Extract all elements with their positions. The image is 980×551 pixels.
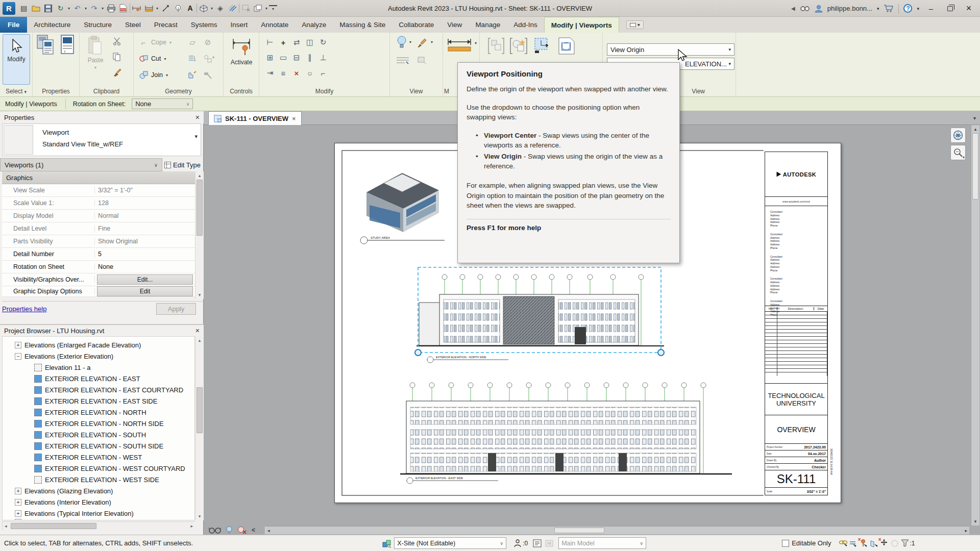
redo-dropdown-icon[interactable]: ▾ — [101, 6, 105, 11]
activate-view-icon[interactable] — [556, 36, 577, 56]
signed-in-user[interactable]: philippe.bonn... — [827, 5, 872, 12]
beam-icon[interactable]: ▱ — [187, 37, 198, 48]
worksharing-display-icon[interactable] — [532, 538, 542, 548]
switch-windows-dropdown-icon[interactable]: ▾ — [264, 6, 268, 11]
tab-insert[interactable]: Insert — [224, 17, 254, 33]
sync-icon[interactable]: ↻ — [55, 3, 66, 14]
create-similar-icon[interactable] — [508, 36, 529, 56]
minimize-button[interactable]: – — [924, 3, 938, 15]
override-graphics-brush-icon[interactable] — [416, 37, 428, 48]
revit-logo-icon[interactable]: R — [3, 2, 15, 15]
tree-item[interactable]: −Elevations (Exterior Elevation) — [15, 350, 195, 362]
rotate-icon[interactable]: ↻ — [316, 35, 330, 50]
tab-steel[interactable]: Steel — [118, 17, 148, 33]
customize-qat-icon[interactable]: ▾ — [269, 5, 277, 11]
tag-icon[interactable]: 1 — [172, 3, 184, 14]
demolish-icon[interactable] — [202, 69, 213, 81]
tree-item[interactable]: +Elevations (Glazing Elevation) — [15, 485, 195, 496]
tree-item[interactable]: EXTERIOR ELEVATION - WEST SIDE — [34, 474, 195, 485]
tab-list-dropdown-icon[interactable]: ▾ — [973, 115, 976, 121]
type-selector[interactable]: Viewport Standard View Title_w/REF ▾ — [2, 123, 201, 156]
bottom-elevation-viewport[interactable]: EXTERIOR ELEVATION - EAST SIDE — [400, 383, 732, 484]
active-view-tab[interactable]: SK-111 - OVERVIEW × — [208, 111, 302, 125]
cope-small-icon[interactable]: ⌐ — [316, 65, 330, 81]
apply-button[interactable]: Apply — [156, 303, 196, 315]
match-icon[interactable]: ≡ — [277, 65, 290, 81]
tab-structure[interactable]: Structure — [77, 17, 118, 33]
move-icon[interactable]: + — [277, 35, 290, 50]
display-options-icon[interactable] — [416, 55, 428, 66]
cut-button[interactable]: Cut▾ — [138, 53, 167, 64]
extend-icon[interactable]: ⇥ — [263, 65, 277, 81]
select-panel-label[interactable]: Select ▾ — [0, 88, 32, 95]
pin-icon[interactable]: ⊥ — [316, 50, 330, 65]
unpin-icon[interactable]: ○ — [303, 65, 316, 81]
offset-surfaces-icon[interactable] — [187, 53, 198, 64]
paste-button[interactable]: Paste ▾ — [84, 35, 107, 84]
match-properties-icon[interactable] — [111, 66, 122, 78]
gdo-edit-button[interactable]: Edit — [97, 286, 193, 296]
section-icon[interactable]: ◈ — [214, 3, 226, 14]
worksets-icon[interactable] — [382, 538, 392, 548]
tree-item[interactable]: EXTERIOR ELEVATION - EAST COURTYARD — [34, 384, 195, 395]
help-dropdown-icon[interactable]: ▾ — [917, 6, 919, 11]
zoom-dropdown-icon[interactable]: ▾ — [963, 155, 965, 160]
print-icon[interactable] — [105, 3, 117, 14]
text-icon[interactable]: A — [184, 3, 196, 14]
properties-toggle-button[interactable] — [36, 35, 55, 58]
size-crop-icon[interactable] — [533, 36, 553, 56]
collapse-vcb-icon[interactable]: < — [252, 527, 255, 534]
dimension-dropdown-icon[interactable]: ▾ — [155, 6, 159, 11]
tab-view[interactable]: View — [440, 17, 469, 33]
tree-item[interactable]: EXTERIOR ELEVATION - WEST COURTYARD — [34, 463, 195, 474]
aligned-dimension-icon[interactable] — [143, 3, 155, 14]
modify-tool-button[interactable]: Modify — [3, 34, 30, 85]
filter-icon[interactable] — [900, 538, 910, 548]
3d-dropdown-icon[interactable]: ▾ — [210, 6, 214, 11]
tab-precast[interactable]: Precast — [148, 17, 184, 33]
reveal-hidden-elements-icon[interactable] — [237, 526, 247, 534]
tree-item[interactable]: +Elevations (Interior Elevation) — [15, 496, 195, 508]
visual-style-glasses-icon[interactable] — [209, 527, 221, 534]
close-button[interactable]: × — [962, 3, 976, 15]
properties-palette-header[interactable]: Properties× — [0, 111, 204, 123]
viewport-grip[interactable] — [415, 349, 421, 356]
close-view-tab-icon[interactable]: × — [292, 115, 296, 122]
tab-analyze[interactable]: Analyze — [295, 17, 333, 33]
canvas-vscrollbar[interactable]: ▴ ▾ — [971, 125, 979, 525]
tab-modify-viewports[interactable]: Modify | Viewports — [544, 17, 619, 33]
user-dropdown-icon[interactable]: ▾ — [877, 6, 879, 11]
measure-dropdown-icon[interactable]: ▾ — [474, 41, 478, 45]
override-dropdown-icon[interactable]: ▾ — [430, 40, 434, 44]
viewport-grip[interactable] — [658, 349, 664, 356]
properties-secondary-icon[interactable] — [57, 35, 78, 58]
active-workset-select[interactable]: X-Site (Not Editable)∨ — [394, 537, 506, 549]
default-3d-view-icon[interactable] — [198, 3, 209, 14]
linework-icon[interactable] — [187, 69, 198, 81]
drag-on-selection-icon[interactable] — [879, 538, 890, 548]
switch-windows-icon[interactable] — [252, 3, 264, 14]
request-relinquish-icon[interactable] — [544, 538, 554, 548]
properties-help-link[interactable]: Properties help — [2, 305, 46, 313]
design-option-select[interactable]: Main Model∨ — [558, 537, 646, 549]
zoom-tool-button[interactable]: ▾ — [950, 145, 966, 160]
model-line-icon[interactable] — [160, 3, 172, 14]
split-icon[interactable]: ∥ — [303, 50, 316, 65]
save-icon[interactable] — [42, 3, 54, 14]
close-inactive-windows-icon[interactable] — [240, 3, 252, 14]
app-store-cart-icon[interactable] — [884, 4, 894, 13]
canvas-hscrollbar[interactable]: ◂ ▸ — [265, 526, 969, 534]
collapse-search-icon[interactable]: ◀ — [791, 6, 795, 11]
activate-controls-button[interactable]: Activate — [228, 36, 255, 84]
tree-item[interactable]: EXTERIOR ELEVATION - EAST SIDE — [34, 395, 195, 407]
steering-wheel-button[interactable]: 2D — [950, 128, 966, 143]
measure-pin-icon[interactable] — [131, 3, 142, 14]
tree-item[interactable]: +Elevations (Enlarged Facade Elevation) — [15, 339, 195, 350]
tab-architecture[interactable]: Architecture — [27, 17, 77, 33]
select-underlay-icon[interactable]: × — [849, 538, 859, 548]
filter-dropdown[interactable]: Viewports (1)∨ — [0, 158, 162, 171]
open-icon[interactable] — [30, 3, 42, 14]
select-pinned-icon[interactable] — [859, 538, 869, 548]
redo-icon[interactable]: ↷ — [88, 3, 100, 14]
linework-lines-icon[interactable] — [396, 56, 409, 64]
